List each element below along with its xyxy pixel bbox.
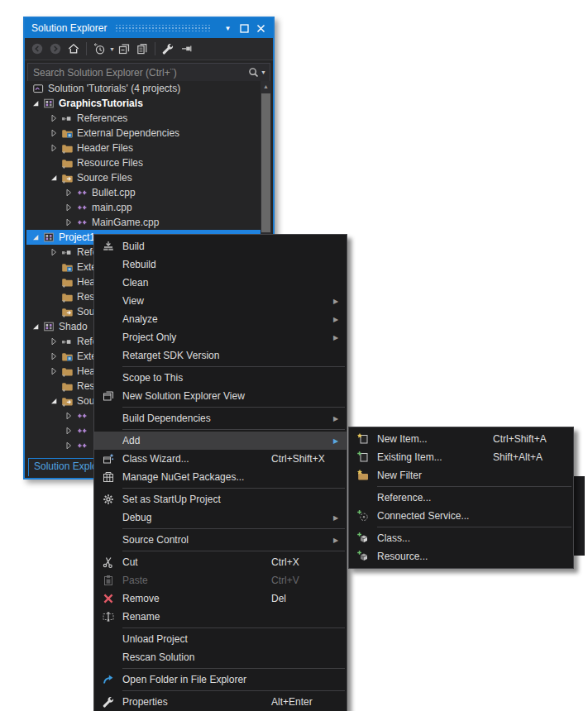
expander-collapsed-icon[interactable] [47,127,60,139]
menu-item-clean[interactable]: Clean [94,274,347,292]
submenu-item-resource[interactable]: Resource... [349,547,573,565]
expander-spacer [47,380,60,392]
tree-item-external-dependencies[interactable]: External Dependencies [26,126,271,141]
tree-item-label: Solution 'Tutorials' (4 projects) [48,83,180,94]
expander-collapsed-icon[interactable] [62,440,75,451]
menu-item-retarget-sdk-version[interactable]: Retarget SDK Version [94,346,347,365]
submenu-item-new-item[interactable]: New Item...Ctrl+Shift+A [349,430,573,448]
wrench-icon [102,695,115,709]
properties-button[interactable] [159,40,177,58]
back-button[interactable] [28,40,46,58]
menu-item-rename[interactable]: Rename [94,608,347,626]
menu-item-view[interactable]: View▶ [94,292,347,310]
submenu-item-existing-item[interactable]: Existing Item...Shift+Alt+A [349,448,573,466]
expander-expanded-icon[interactable] [29,321,42,332]
expander-collapsed-icon[interactable] [62,187,75,198]
menu-item-project-only[interactable]: Project Only▶ [94,328,347,346]
tree-item-source-files[interactable]: Source Files [26,170,271,185]
expander-expanded-icon[interactable] [47,395,60,407]
menu-item-analyze[interactable]: Analyze▶ [94,310,347,328]
expander-collapsed-icon[interactable] [47,336,60,347]
home-button[interactable] [65,40,83,58]
collapse-all-button[interactable] [115,40,133,58]
submenu-item-class[interactable]: Class... [349,529,573,547]
menu-item-label: Rescan Solution [122,651,271,663]
menu-item-class-wizard[interactable]: Class Wizard...Ctrl+Shift+X [94,450,347,468]
menu-item-unload-project[interactable]: Unload Project [94,630,347,648]
menu-item-manage-nuget-packages[interactable]: Manage NuGet Packages... [94,468,347,486]
expander-expanded-icon[interactable] [47,172,60,184]
submenu-item-new-filter[interactable]: New Filter [349,466,573,484]
search-input[interactable]: Search Solution Explorer (Ctrl+¨) ▼ [27,63,270,82]
menu-item-rescan-solution[interactable]: Rescan Solution [94,648,347,666]
expander-expanded-icon [30,231,41,243]
menu-item-set-as-startup-project[interactable]: Set as StartUp Project [94,490,347,508]
expander-collapsed-icon[interactable] [62,217,75,228]
scrollbar-up-icon[interactable]: ▲ [261,81,271,92]
external-deps-folder-icon [61,261,73,273]
maximize-button[interactable] [237,21,251,36]
tree-item-header-files[interactable]: Header Files [26,141,271,155]
menu-item-open-folder-in-file-explorer[interactable]: Open Folder in File Explorer [94,670,347,689]
submenu-arrow-icon: ▶ [333,537,347,544]
close-button[interactable] [254,21,268,36]
menu-item-build[interactable]: Build [94,237,347,255]
menu-separator [122,551,345,551]
preview-selected-button[interactable] [177,40,195,58]
tree-item-solution-tutorials-4-projects-[interactable]: Solution 'Tutorials' (4 projects) [26,81,271,96]
tree-scrollbar[interactable]: ▲ [261,81,271,250]
menu-item-source-control[interactable]: Source Control▶ [94,531,347,549]
tree-item-resource-files[interactable]: Resource Files [26,155,271,170]
menu-item-shortcut: Ctrl+Shift+A [493,433,560,445]
pending-changes-filter-button[interactable] [90,40,108,58]
menu-item-new-solution-explorer-view[interactable]: New Solution Explorer View [94,387,347,405]
window-position-menu-button[interactable]: ▼ [221,21,235,36]
menu-item-add[interactable]: Add▶ [94,432,347,450]
menu-item-build-dependencies[interactable]: Build Dependencies▶ [94,409,347,427]
maximize-icon [238,22,251,35]
panel-titlebar[interactable]: Solution Explorer ▼ [25,18,273,38]
menu-item-remove[interactable]: RemoveDel [94,589,347,608]
scrollbar-thumb[interactable] [261,93,270,232]
expander-collapsed-icon[interactable] [62,202,75,213]
expander-collapsed-icon[interactable] [47,112,60,124]
expander-collapsed-icon[interactable] [47,351,60,362]
expander-collapsed-icon[interactable] [62,425,75,437]
expander-collapsed-icon [63,440,74,451]
submenu-item-reference[interactable]: Reference... [349,489,573,507]
resource-icon [349,550,377,563]
new-view-icon [102,389,115,403]
expander-expanded-icon[interactable] [29,98,42,109]
tree-item-main-cpp[interactable]: main.cpp [26,200,271,215]
expander-spacer [47,306,60,317]
tree-item-references[interactable]: References [26,111,271,126]
expander-collapsed-icon[interactable] [47,365,60,377]
expander-collapsed-icon[interactable] [47,246,60,258]
forward-button[interactable] [46,40,65,58]
menu-item-shortcut: Del [271,593,333,604]
submenu-item-connected-service[interactable]: Connected Service... [349,507,573,525]
show-all-files-button[interactable] [133,40,151,58]
tree-item-graphicstutorials[interactable]: GraphicsTutorials [26,96,271,111]
expander-expanded-icon[interactable] [29,231,42,243]
menu-item-scope-to-this[interactable]: Scope to This [94,369,347,387]
expander-collapsed-icon[interactable] [62,455,75,456]
search-placeholder: Search Solution Explorer (Ctrl+¨) [33,67,246,79]
search-options-caret-icon[interactable]: ▼ [261,69,266,75]
external-deps-folder-icon [61,127,73,139]
search-icon[interactable] [246,64,260,82]
menu-item-properties[interactable]: PropertiesAlt+Enter [94,693,347,711]
connected-service-icon [356,509,370,523]
tree-item-maingame-cpp[interactable]: MainGame.cpp [26,215,271,230]
menu-item-rebuild[interactable]: Rebuild [94,255,347,274]
tree-item-label: MainGame.cpp [92,217,159,228]
expander-collapsed-icon[interactable] [62,410,75,422]
menu-item-label: View [122,295,271,307]
tree-item-bullet-cpp[interactable]: Bullet.cpp [26,185,271,200]
menu-item-label: Existing Item... [377,451,493,463]
dropdown-caret-icon[interactable]: ▼ [109,46,115,52]
class-icon [349,532,377,545]
menu-item-cut[interactable]: CutCtrl+X [94,553,347,571]
menu-item-debug[interactable]: Debug▶ [94,508,347,527]
expander-collapsed-icon[interactable] [47,142,60,154]
